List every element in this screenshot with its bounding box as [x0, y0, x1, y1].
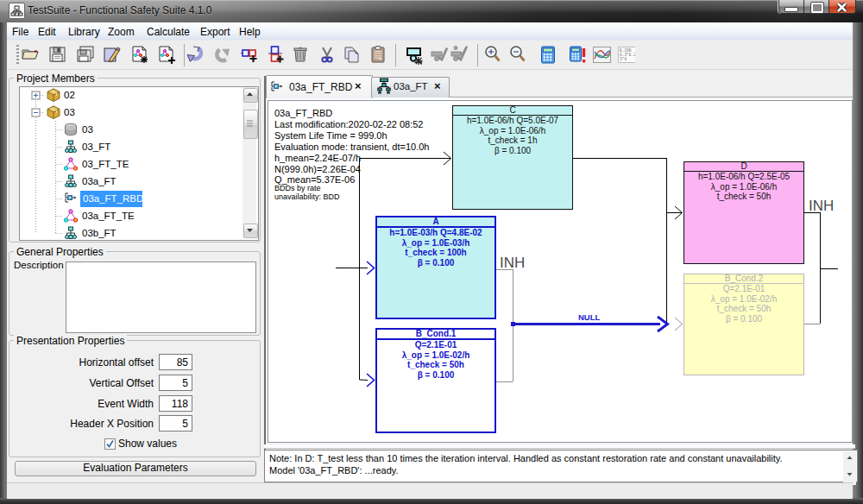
svg-text:NULL: NULL	[578, 312, 601, 322]
svg-text:3*8: 3*8	[620, 57, 627, 61]
